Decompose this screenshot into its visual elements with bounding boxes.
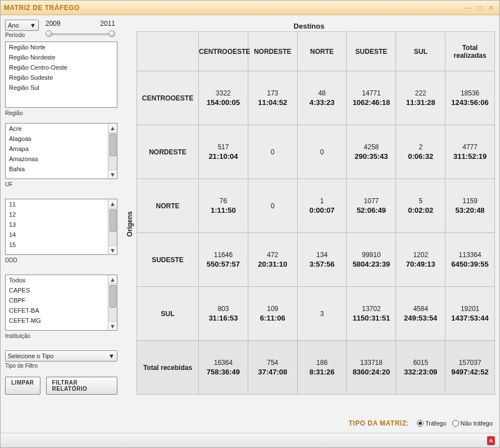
scroll-up-icon[interactable]: ▲ (108, 124, 117, 132)
cell-count: 1077 (347, 197, 396, 205)
list-item[interactable]: CEFET-MG (6, 316, 108, 326)
matrix-corner (137, 32, 199, 71)
list-item[interactable]: CAPES (6, 285, 108, 295)
list-item[interactable]: Amapa (6, 144, 108, 154)
ddd-scrollbar[interactable]: ▲ ▼ (108, 199, 117, 254)
radio-nontraffic[interactable]: Não tráfego (452, 420, 493, 427)
matrix-col-header: SUL (396, 32, 446, 71)
destinations-label: Destinos (123, 22, 495, 30)
minimize-icon[interactable]: — (463, 3, 474, 12)
matrix-cell: 4258290:35:43 (347, 125, 396, 179)
cell-count: 16364 (199, 359, 248, 367)
cell-count: 0 (248, 202, 297, 210)
list-item[interactable]: 12 (6, 209, 108, 220)
cell-duration: 6450:39:55 (446, 260, 494, 268)
list-item[interactable]: Todos (6, 275, 108, 285)
matrix-cell: 185361243:56:06 (446, 71, 495, 125)
ddd-caption: DDD (5, 257, 117, 263)
cell-duration: 1150:31:51 (347, 314, 396, 322)
cell-count: 1202 (396, 251, 445, 259)
list-item[interactable]: CBPF (6, 295, 108, 305)
year-min-label: 2009 (46, 20, 61, 28)
radio-dot-icon (417, 420, 424, 427)
uf-scrollbar[interactable]: ▲ ▼ (108, 124, 117, 179)
matrix-cell: 0 (248, 179, 297, 233)
cell-count: 803 (199, 305, 248, 313)
radio-traffic[interactable]: Tráfego (417, 420, 447, 427)
filter-type-select[interactable]: Selecione o Tipo ▼ (5, 350, 117, 362)
list-item[interactable]: 15 (6, 240, 108, 250)
matrix-col-header: SUDESTE (347, 32, 396, 71)
institution-listbox[interactable]: TodosCAPESCBPFCEFET-BACEFET-MG ▲ ▼ (5, 275, 117, 331)
cell-duration: 3:57:56 (298, 260, 347, 268)
matrix-cell: 120270:49:13 (396, 233, 446, 287)
cell-count: 0 (248, 148, 297, 156)
period-grouping-select[interactable]: Ano ▼ (5, 20, 39, 31)
cell-duration: 31:16:53 (199, 314, 248, 322)
cell-duration: 52:06:49 (347, 206, 396, 214)
institution-scrollbar[interactable]: ▲ ▼ (108, 275, 117, 330)
export-pdf-icon[interactable]: A (487, 436, 495, 445)
cell-duration: 21:10:04 (199, 152, 248, 161)
scroll-down-icon[interactable]: ▼ (108, 321, 117, 330)
scroll-thumb[interactable] (110, 134, 116, 156)
ddd-listbox[interactable]: 1112131415 ▲ ▼ (5, 199, 117, 255)
matrix-cell: 484:33:23 (297, 71, 347, 125)
cell-duration: 11:04:52 (248, 98, 297, 107)
matrix-col-header: NORTE (297, 32, 347, 71)
list-item[interactable]: Região Sudeste (6, 72, 117, 83)
cell-count: 157037 (446, 359, 494, 367)
list-item[interactable]: Acre (6, 124, 108, 134)
cell-duration: 8:31:26 (298, 368, 347, 376)
uf-listbox[interactable]: AcreAlagoasAmapaAmazonasBahia ▲ ▼ (5, 123, 117, 179)
cell-duration: 332:23:09 (396, 368, 445, 376)
clear-button[interactable]: LIMPAR (5, 377, 40, 395)
matrix-cell: 10:00:07 (297, 179, 347, 233)
filter-report-button[interactable]: FILTRAR RELATÓRIO (46, 377, 117, 395)
scroll-up-icon[interactable]: ▲ (108, 275, 117, 284)
scroll-thumb[interactable] (110, 285, 116, 308)
list-item[interactable]: Região Centro-Oeste (6, 62, 117, 72)
scroll-down-icon[interactable]: ▼ (108, 170, 117, 179)
cell-count: 18536 (446, 89, 494, 97)
cell-count: 3 (298, 310, 347, 318)
scroll-down-icon[interactable]: ▼ (108, 245, 117, 254)
maximize-icon[interactable]: ◻ (475, 3, 485, 12)
cell-duration: 53:20:48 (446, 206, 494, 214)
cell-duration: 1062:46:18 (347, 98, 396, 107)
list-item[interactable]: Região Sul (6, 83, 117, 93)
slider-thumb-max[interactable] (108, 30, 115, 37)
statusbar: A (1, 433, 499, 447)
list-item[interactable]: Amazonas (6, 154, 108, 164)
filter-type-value: Selecione o Tipo (8, 353, 53, 359)
year-range-slider[interactable]: 2009 2011 (43, 20, 117, 41)
list-item[interactable]: Bahia (6, 164, 108, 174)
slider-thumb-min[interactable] (46, 30, 52, 37)
period-grouping-value: Ano (8, 22, 19, 29)
cell-duration: 0:02:02 (396, 206, 445, 214)
radio-traffic-label: Tráfego (425, 420, 447, 427)
matrix-cell: 107752:06:49 (347, 179, 396, 233)
matrix-cell: 4777311:52:19 (446, 125, 495, 179)
list-item[interactable]: 14 (6, 230, 108, 240)
matrix-cell: 20:06:32 (396, 125, 446, 179)
cell-count: 1159 (446, 197, 494, 205)
list-item[interactable]: Alagoas (6, 134, 108, 144)
cell-duration: 8360:24:20 (347, 368, 396, 376)
list-item[interactable]: 11 (6, 199, 108, 209)
cell-count: 754 (248, 359, 297, 367)
cell-count: 472 (248, 251, 297, 259)
list-item[interactable]: 13 (6, 220, 108, 230)
list-item[interactable]: Região Norte (6, 42, 117, 52)
scroll-up-icon[interactable]: ▲ (108, 199, 117, 208)
region-listbox[interactable]: Região NorteRegião NordesteRegião Centro… (5, 42, 117, 108)
close-icon[interactable]: ✕ (486, 3, 496, 12)
list-item[interactable]: Região Nordeste (6, 52, 117, 62)
scroll-thumb[interactable] (110, 209, 116, 232)
window-body: Ano ▼ Período 2009 2011 Região (1, 15, 499, 433)
cell-duration: 154:00:05 (199, 98, 248, 107)
list-item[interactable]: CEFET-BA (6, 305, 108, 316)
cell-count: 99910 (347, 251, 396, 259)
cell-count: 113364 (446, 251, 494, 259)
matrix-col-header: NORDESTE (248, 32, 297, 71)
